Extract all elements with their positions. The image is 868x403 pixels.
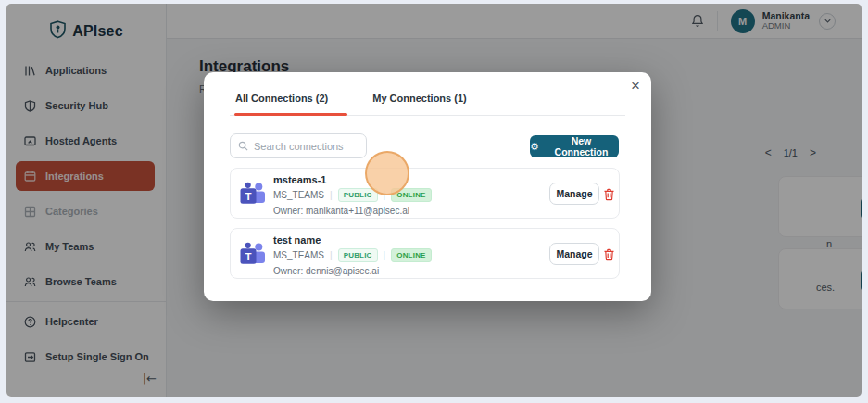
status-badge: ONLINE (391, 188, 431, 202)
close-icon[interactable]: × (631, 78, 640, 94)
gear-icon: ⚙ (530, 141, 539, 153)
delete-trash-icon[interactable] (603, 248, 615, 261)
connection-name: test name (273, 234, 432, 246)
connection-owner: Owner: dennis@apisec.ai (273, 266, 432, 276)
search-input[interactable] (254, 141, 359, 152)
manage-button[interactable]: Manage (549, 243, 599, 265)
meta-divider: | (384, 190, 386, 200)
app-window: APIsec Applications Security Hub Hosted … (6, 4, 862, 397)
modal-tabs: All Connections (2) My Connections (1) (230, 89, 472, 113)
visibility-badge: PUBLIC (338, 248, 378, 262)
connection-row: T msteams-1 MS_TEAMS | PUBLIC | ONLINE O… (230, 168, 620, 219)
meta-divider: | (384, 250, 386, 260)
search-connections-box (230, 133, 367, 158)
visibility-badge: PUBLIC (338, 188, 378, 202)
svg-text:T: T (245, 251, 252, 262)
meta-divider: | (330, 190, 333, 200)
connections-modal: × All Connections (2) My Connections (1)… (204, 72, 651, 301)
active-tab-underline (234, 113, 347, 116)
svg-text:T: T (245, 191, 252, 202)
delete-trash-icon[interactable] (603, 188, 615, 201)
tab-my-connections[interactable]: My Connections (1) (367, 89, 472, 113)
ms-teams-icon: T (240, 242, 266, 271)
tab-all-connections[interactable]: All Connections (2) (230, 89, 333, 113)
status-badge: ONLINE (391, 248, 431, 262)
connection-info: test name MS_TEAMS | PUBLIC | ONLINE Own… (273, 234, 432, 276)
connection-name: msteams-1 (273, 174, 432, 185)
new-connection-label: New Connection (544, 135, 619, 157)
connection-type: MS_TEAMS (273, 250, 324, 260)
meta-divider: | (330, 250, 333, 260)
search-icon (238, 141, 248, 151)
connection-info: msteams-1 MS_TEAMS | PUBLIC | ONLINE Own… (273, 174, 432, 216)
manage-button[interactable]: Manage (549, 183, 599, 205)
ms-teams-icon: T (240, 182, 266, 210)
connection-row: T test name MS_TEAMS | PUBLIC | ONLINE O… (230, 228, 620, 279)
connection-type: MS_TEAMS (273, 190, 324, 200)
new-connection-button[interactable]: ⚙ New Connection (530, 135, 619, 157)
connection-owner: Owner: manikanta+11@apisec.ai (273, 206, 432, 216)
